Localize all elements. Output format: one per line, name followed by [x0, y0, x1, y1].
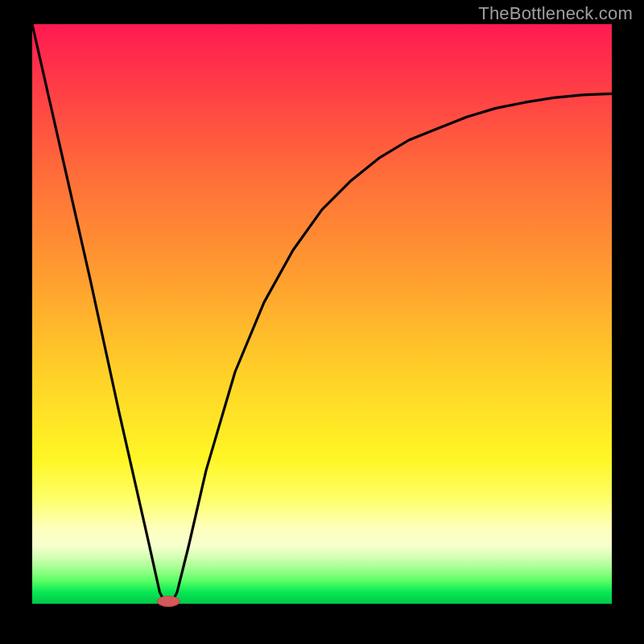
bottleneck-curve: [32, 24, 612, 604]
chart-frame: TheBottleneck.com: [0, 0, 644, 644]
optimal-point-marker: [157, 597, 180, 607]
watermark-text: TheBottleneck.com: [478, 3, 633, 24]
plot-area: [32, 24, 612, 604]
curve-svg: [32, 24, 612, 604]
